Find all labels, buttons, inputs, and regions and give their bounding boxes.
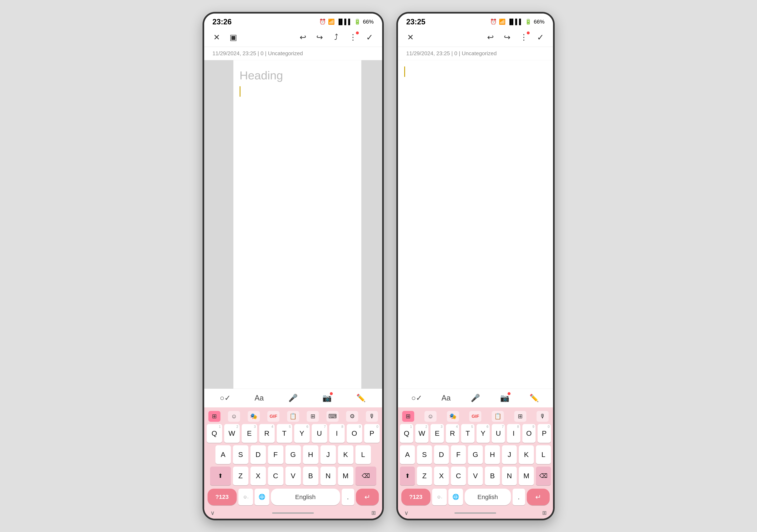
kb-hide-icon[interactable]: ⌨ — [326, 411, 339, 422]
key-b[interactable]: B — [303, 467, 318, 485]
key-q-r[interactable]: Q1 — [400, 424, 413, 443]
num-key[interactable]: ?123 — [207, 489, 237, 505]
key-t[interactable]: T5 — [277, 424, 292, 443]
key-r-r[interactable]: R4 — [446, 424, 459, 443]
key-x-r[interactable]: X — [434, 467, 449, 485]
key-o[interactable]: O9 — [347, 424, 362, 443]
voice-icon[interactable]: 🎤 — [287, 392, 299, 404]
key-v[interactable]: V — [286, 467, 301, 485]
check-circle-icon-r[interactable]: ○✓ — [410, 392, 423, 404]
key-b-r[interactable]: B — [485, 467, 500, 485]
key-t-r[interactable]: T5 — [461, 424, 474, 443]
space-key-r[interactable]: English — [465, 489, 511, 505]
confirm-button[interactable]: ✓ — [363, 31, 376, 44]
redo-button-r[interactable]: ↪ — [501, 31, 513, 44]
key-j[interactable]: J — [320, 445, 336, 464]
backspace-key[interactable]: ⌫ — [355, 467, 376, 485]
key-p-r[interactable]: P0 — [538, 424, 551, 443]
key-w[interactable]: W2 — [224, 424, 240, 443]
camera-icon[interactable]: 📷 — [321, 392, 333, 404]
share-button[interactable]: ⤴ — [330, 31, 343, 44]
key-s[interactable]: S — [233, 445, 248, 464]
key-p[interactable]: P0 — [364, 424, 379, 443]
key-a[interactable]: A — [215, 445, 231, 464]
key-s-r[interactable]: S — [417, 445, 432, 464]
key-y-r[interactable]: Y6 — [476, 424, 490, 443]
confirm-button-r[interactable]: ✓ — [534, 31, 547, 44]
more-button-r[interactable]: ⋮ — [518, 31, 530, 44]
enter-key-r[interactable]: ↵ — [527, 489, 550, 505]
undo-button-r[interactable]: ↩ — [484, 31, 497, 44]
close-button[interactable]: ✕ — [210, 31, 223, 44]
dot-key[interactable]: . — [342, 489, 354, 505]
editor-content-left[interactable]: Heading — [233, 60, 361, 389]
key-g-r[interactable]: G — [468, 445, 483, 464]
key-y[interactable]: Y6 — [294, 424, 310, 443]
shift-key[interactable]: ⬆ — [210, 467, 231, 485]
key-i-r[interactable]: I8 — [507, 424, 520, 443]
text-format-icon-r[interactable]: Aa — [440, 392, 452, 404]
kb-clipboard-icon[interactable]: 📋 — [287, 411, 299, 422]
pen-icon-r[interactable]: ✏️ — [528, 392, 540, 404]
camera-icon-r[interactable]: 📷 — [499, 392, 511, 404]
key-g[interactable]: G — [286, 445, 301, 464]
key-d-r[interactable]: D — [434, 445, 449, 464]
key-i[interactable]: I8 — [329, 424, 345, 443]
key-w-r[interactable]: W2 — [415, 424, 428, 443]
kb-settings-icon[interactable]: ⚙ — [346, 411, 358, 422]
kb-chevron-right[interactable]: ∨ — [404, 510, 409, 516]
key-r[interactable]: R4 — [259, 424, 275, 443]
text-format-icon[interactable]: Aa — [253, 392, 265, 404]
key-v-r[interactable]: V — [468, 467, 483, 485]
redo-button[interactable]: ↪ — [314, 31, 326, 44]
voice-icon-r[interactable]: 🎤 — [469, 392, 482, 404]
key-e-r[interactable]: E3 — [431, 424, 443, 443]
key-c[interactable]: C — [268, 467, 283, 485]
key-l[interactable]: L — [355, 445, 371, 464]
kb-gif-icon[interactable]: GIF — [267, 411, 279, 422]
close-button-r[interactable]: ✕ — [404, 31, 417, 44]
key-d[interactable]: D — [251, 445, 266, 464]
kb-emoji-icon-r[interactable]: ☺ — [424, 411, 437, 422]
emoji-key[interactable]: ☺, — [238, 489, 253, 505]
key-k-r[interactable]: K — [519, 445, 534, 464]
key-z-r[interactable]: Z — [417, 467, 432, 485]
kb-apps-icon-r[interactable]: ⊞ — [402, 411, 414, 422]
panel-button[interactable]: ▣ — [227, 31, 240, 44]
key-z[interactable]: Z — [233, 467, 248, 485]
key-a-r[interactable]: A — [400, 445, 415, 464]
key-e[interactable]: E3 — [242, 424, 257, 443]
backspace-key-r[interactable]: ⌫ — [536, 467, 551, 485]
key-u-r[interactable]: U7 — [492, 424, 505, 443]
kb-apps-icon[interactable]: ⊞ — [208, 411, 221, 422]
kb-mic-icon[interactable]: 🎙 — [366, 411, 378, 422]
globe-key[interactable]: 🌐 — [255, 489, 269, 505]
key-n[interactable]: N — [320, 467, 336, 485]
kb-mic-icon-r[interactable]: 🎙 — [536, 411, 549, 422]
kb-numpad-icon-r[interactable]: ⊞ — [514, 411, 526, 422]
check-circle-icon[interactable]: ○✓ — [219, 392, 231, 404]
globe-key-r[interactable]: 🌐 — [448, 489, 463, 505]
kb-sticker-icon[interactable]: 🎭 — [248, 411, 260, 422]
shift-key-r[interactable]: ⬆ — [400, 467, 415, 485]
space-key[interactable]: English — [271, 489, 340, 505]
editor-content-right[interactable] — [398, 60, 553, 389]
key-f-r[interactable]: F — [451, 445, 466, 464]
kb-emoji-icon[interactable]: ☺ — [228, 411, 240, 422]
key-m[interactable]: M — [338, 467, 353, 485]
key-x[interactable]: X — [251, 467, 266, 485]
enter-key[interactable]: ↵ — [356, 489, 379, 505]
kb-gif-icon-r[interactable]: GIF — [469, 411, 481, 422]
kb-chevron-left[interactable]: ∨ — [210, 510, 215, 516]
key-f[interactable]: F — [268, 445, 283, 464]
key-k[interactable]: K — [338, 445, 353, 464]
key-h-r[interactable]: H — [485, 445, 500, 464]
key-u[interactable]: U7 — [312, 424, 327, 443]
kb-numpad-icon[interactable]: ⊞ — [307, 411, 319, 422]
dot-key-r[interactable]: . — [513, 489, 525, 505]
key-c-r[interactable]: C — [451, 467, 466, 485]
key-j-r[interactable]: J — [502, 445, 517, 464]
emoji-key-r[interactable]: ☺, — [432, 489, 447, 505]
pen-icon[interactable]: ✏️ — [355, 392, 367, 404]
num-key-r[interactable]: ?123 — [401, 489, 431, 505]
